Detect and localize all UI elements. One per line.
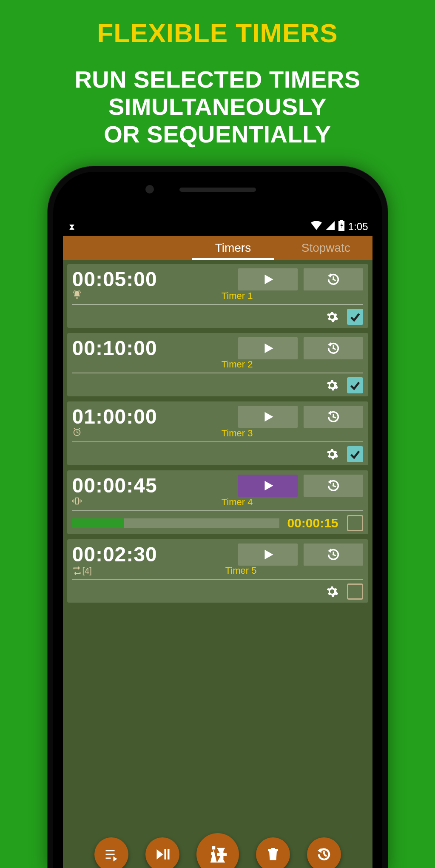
vibrate-icon [72,496,82,508]
queue-icon [104,847,119,862]
check-icon [349,311,361,323]
timer-card[interactable]: 00:02:30 [4] Timer 5 [67,539,368,603]
gear-icon [326,448,338,461]
svg-rect-0 [338,221,344,231]
battery-icon [338,220,345,233]
gear-icon [326,379,338,392]
timer-label: Timer 2 [98,359,372,370]
play-pause-icon [155,847,170,862]
alarm-clock-icon [72,427,82,439]
settings-button[interactable] [326,585,338,598]
reset-button[interactable] [304,406,363,428]
play-icon [262,342,274,355]
reset-icon [326,478,341,493]
history-button[interactable] [307,837,341,868]
separator [72,441,363,442]
select-checkbox[interactable] [347,377,363,393]
timer-label: Timer 4 [98,497,372,508]
settings-button[interactable] [326,310,338,323]
settings-button[interactable] [326,448,338,461]
svg-rect-7 [75,498,78,504]
play-button[interactable] [238,337,298,359]
repeat-icon: [4] [72,566,92,576]
play-icon [262,410,274,423]
reset-button[interactable] [304,337,363,359]
play-icon [262,273,274,286]
reset-button[interactable] [304,544,363,566]
play-button[interactable] [238,475,298,497]
timer-card[interactable]: 00:00:45 Timer 4 [67,470,368,534]
timer-label: Timer 5 [105,565,372,576]
promo-subtitle: RUN SELECTED TIMERS SIMULTANEOUSLY OR SE… [0,66,435,148]
timer-card[interactable]: 00:10:00 Timer 2 [67,333,368,396]
timer-card[interactable]: 01:00:00 Timer 3 [67,401,368,465]
check-icon [349,448,361,460]
phone-screen: ⧗ 1:05 Timers Stopwatc [63,217,372,868]
timer-value[interactable]: 00:00:45 [72,474,232,497]
timer-value[interactable]: 00:10:00 [72,336,232,360]
hourglass-icon: ⧗ [69,222,75,232]
timer-value[interactable]: 00:05:00 [72,268,232,291]
play-icon [262,548,274,561]
separator [72,510,363,511]
play-button[interactable] [238,406,298,428]
reset-icon [326,341,341,356]
repeat-count: [4] [82,566,92,576]
select-checkbox[interactable] [347,446,363,462]
play-button[interactable] [238,544,298,566]
progress-bar [72,518,280,528]
timer-value[interactable]: 00:02:30 [72,543,232,566]
queue-button[interactable] [94,837,128,868]
wifi-icon [311,221,322,233]
fab-bar [63,833,372,868]
gear-icon [326,310,338,323]
status-bar: ⧗ 1:05 [63,217,372,236]
separator [72,304,363,305]
phone-camera [145,185,154,194]
reset-button[interactable] [304,268,363,290]
signal-icon [325,221,335,233]
trash-icon [265,847,281,862]
timer-value[interactable]: 01:00:00 [72,405,232,428]
select-checkbox[interactable] [347,515,363,531]
check-icon [349,379,361,391]
timer-list[interactable]: 00:05:00 Timer 1 [63,260,372,868]
separator [72,579,363,580]
settings-button[interactable] [326,379,338,392]
promo-title: FLEXIBLE TIMERS [0,0,435,48]
timer-label: Timer 3 [98,428,372,439]
tab-timers[interactable]: Timers [187,236,279,260]
tab-stopwatch[interactable]: Stopwatc [279,236,372,260]
select-checkbox[interactable] [347,309,363,325]
add-timer-button[interactable] [196,833,239,868]
progress-fill [72,518,124,528]
reset-button[interactable] [304,475,363,497]
delete-button[interactable] [256,837,290,868]
play-icon [262,479,274,492]
timer-card[interactable]: 00:05:00 Timer 1 [67,264,368,328]
reset-icon [326,547,341,562]
tab-bar: Timers Stopwatc [63,236,372,260]
elapsed-time: 00:00:15 [287,516,338,530]
phone-frame: ⧗ 1:05 Timers Stopwatc [47,166,388,868]
add-timer-icon [208,845,227,864]
play-pause-button[interactable] [145,837,179,868]
svg-rect-1 [340,220,343,221]
select-checkbox[interactable] [347,583,363,600]
reset-icon [326,272,341,287]
play-button[interactable] [238,268,298,290]
phone-speaker [179,188,256,192]
bell-icon [72,290,82,302]
timer-label: Timer 1 [98,290,372,302]
gear-icon [326,585,338,598]
status-time: 1:05 [348,221,368,233]
history-icon [316,847,332,862]
separator [72,373,363,373]
reset-icon [326,410,341,424]
